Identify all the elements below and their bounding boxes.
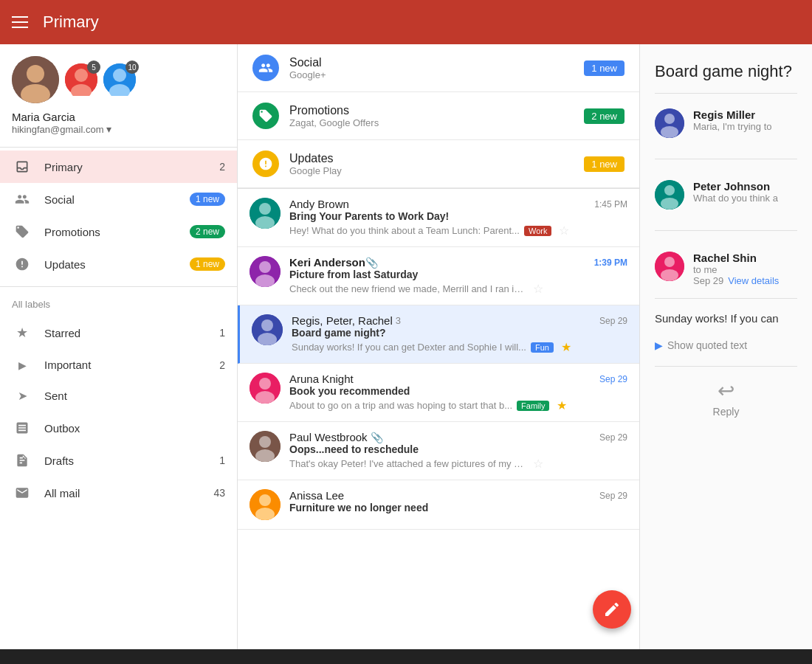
email-item-2[interactable]: Keri Anderson 📎 1:39 PM Picture from las… [238, 247, 639, 305]
thread-avatar-3 [655, 252, 684, 281]
sidebar-item-promotions[interactable]: Promotions 2 new [0, 215, 237, 248]
inbox-icon [12, 159, 32, 174]
avatar-2[interactable]: 5 [65, 63, 97, 96]
profile-email: hikingfan@gmail.com [12, 124, 103, 135]
sidebar-item-updates[interactable]: Updates 1 new [0, 248, 237, 280]
sidebar-divider [0, 286, 237, 287]
email-item-3[interactable]: Regis, Peter, Rachel 3 Sep 29 Board game… [238, 305, 639, 364]
sidebar-allmail-count: 43 [213, 487, 225, 499]
thread-item-3: Rachel Shin to me Sep 29 View details [655, 252, 797, 286]
allmail-icon [12, 485, 32, 500]
compose-button[interactable] [593, 590, 631, 629]
show-quoted-text[interactable]: ▶ Show quoted text [655, 339, 797, 351]
email-avatar-6 [250, 489, 281, 520]
category-promotions[interactable]: Promotions Zagat, Google Offers 2 new [238, 92, 639, 140]
sidebar-item-starred[interactable]: ★ Starred 1 [0, 316, 237, 350]
important-icon: ▶ [12, 359, 32, 371]
email-item-4[interactable]: Aruna Knight Sep 29 Book you recommended… [238, 364, 639, 422]
email-tag-4: Family [517, 401, 549, 411]
email-subject-5: Oops...need to reschedule [289, 443, 627, 455]
sidebar-allmail-label: All mail [44, 487, 213, 499]
sidebar-item-outbox[interactable]: Outbox [0, 412, 237, 444]
email-item-6[interactable]: Anissa Lee Sep 29 Furniture we no longer… [238, 480, 639, 530]
email-item-5[interactable]: Paul Westbrook 📎 Sep 29 Oops...need to r… [238, 422, 639, 480]
sidebar-item-allmail[interactable]: All mail 43 [0, 477, 237, 509]
svg-point-7 [113, 69, 126, 82]
social-icon [12, 192, 32, 207]
email-sender-1: Andy Brown [289, 198, 349, 210]
show-quoted-label: Show quoted text [667, 339, 747, 351]
dropdown-icon[interactable]: ▾ [106, 123, 111, 135]
sidebar-primary-count: 2 [219, 161, 225, 173]
svg-point-19 [259, 378, 271, 390]
thread-avatar-2 [655, 180, 684, 210]
profile-name: Maria Garcia [12, 111, 75, 123]
detail-title: Board game night? [655, 62, 797, 94]
hamburger-menu[interactable] [12, 16, 28, 28]
category-updates[interactable]: Updates Google Play 1 new [238, 140, 639, 188]
thread-item-1: Regis Miller Maria, I'm trying to [655, 108, 797, 138]
email-preview-3: Sunday works! If you can get Dexter and … [292, 342, 526, 353]
social-cat-name: Social [289, 56, 584, 69]
sidebar-item-drafts[interactable]: Drafts 1 [0, 444, 237, 477]
category-social[interactable]: Social Google+ 1 new [238, 44, 639, 92]
email-star-4[interactable]: ★ [557, 398, 567, 412]
svg-point-29 [661, 126, 678, 138]
sidebar-updates-badge: 1 new [190, 257, 225, 271]
email-time-3: Sep 29 [599, 316, 627, 326]
reply-button[interactable]: ↩ Reply [713, 378, 740, 418]
svg-point-13 [259, 261, 271, 273]
sidebar-social-label: Social [44, 193, 190, 206]
svg-point-1 [27, 65, 44, 83]
email-avatar-2 [250, 256, 281, 287]
email-time-6: Sep 29 [599, 491, 627, 501]
sidebar: 5 10 Maria Garcia hikingfan@gmail.com ▾ [0, 44, 238, 649]
promotions-cat-subtitle: Zagat, Google Offers [289, 117, 584, 128]
sidebar-item-social[interactable]: Social 1 new [0, 183, 237, 215]
back-button[interactable]: ◁ [130, 660, 142, 664]
category-tabs: Social Google+ 1 new Promotions Zagat, G… [238, 44, 639, 189]
updates-cat-icon [252, 151, 279, 177]
svg-point-16 [261, 319, 273, 331]
detail-body: Sunday works! If you can [655, 311, 797, 328]
view-details-link[interactable]: View details [728, 275, 779, 286]
email-time-4: Sep 29 [599, 374, 627, 384]
social-cat-subtitle: Google+ [289, 69, 584, 80]
email-star-5[interactable]: ☆ [533, 457, 543, 471]
avatar-main[interactable] [12, 56, 59, 103]
recents-button[interactable]: □ [672, 660, 682, 664]
email-subject-1: Bring Your Parents to Work Day! [289, 210, 627, 222]
sidebar-outbox-label: Outbox [44, 422, 225, 435]
sidebar-important-label: Important [44, 359, 219, 371]
promotions-cat-badge: 2 new [584, 108, 625, 124]
sidebar-sent-label: Sent [44, 390, 225, 402]
sidebar-item-primary[interactable]: Primary 2 [0, 151, 237, 183]
sidebar-primary-label: Primary [44, 161, 219, 173]
sidebar-promotions-label: Promotions [44, 226, 190, 238]
thread-date-3: Sep 29 [693, 275, 723, 286]
sidebar-item-sent[interactable]: ➤ Sent [0, 380, 237, 412]
thread-item-2: Peter Johnson What do you think a [655, 180, 797, 210]
social-cat-icon [252, 55, 279, 81]
email-star-3[interactable]: ★ [561, 340, 571, 354]
sidebar-starred-label: Starred [44, 327, 219, 339]
sidebar-item-important[interactable]: ▶ Important 2 [0, 350, 237, 380]
attach-icon-5: 📎 [371, 432, 383, 443]
svg-point-31 [664, 185, 675, 196]
sent-icon: ➤ [12, 389, 32, 403]
email-avatar-4 [250, 373, 281, 404]
show-quoted-arrow: ▶ [655, 339, 663, 351]
updates-icon [12, 257, 32, 272]
home-button[interactable]: ○ [402, 660, 412, 664]
all-labels-heading: All labels [0, 293, 237, 316]
sidebar-social-badge: 1 new [190, 193, 225, 206]
avatar-3[interactable]: 10 [103, 63, 136, 96]
email-star-2[interactable]: ☆ [533, 282, 543, 296]
updates-cat-name: Updates [289, 152, 584, 165]
email-item-1[interactable]: Andy Brown 1:45 PM Bring Your Parents to… [238, 189, 639, 247]
email-star-1[interactable]: ☆ [559, 224, 569, 238]
svg-point-22 [259, 436, 271, 448]
email-avatar-1 [250, 198, 281, 229]
avatar-2-badge: 5 [87, 60, 100, 74]
sidebar-drafts-label: Drafts [44, 454, 219, 467]
